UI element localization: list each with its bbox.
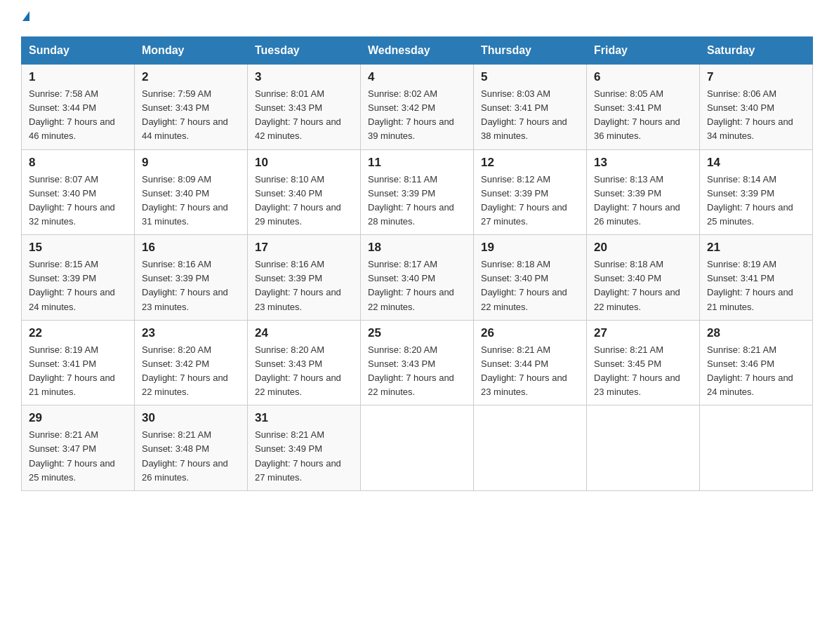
day-number: 28 — [707, 326, 805, 340]
logo — [21, 14, 29, 24]
calendar-cell: 21 Sunrise: 8:19 AMSunset: 3:41 PMDaylig… — [700, 235, 813, 321]
calendar-cell: 4 Sunrise: 8:02 AMSunset: 3:42 PMDayligh… — [361, 65, 474, 150]
calendar-week-row: 1 Sunrise: 7:58 AMSunset: 3:44 PMDayligh… — [22, 65, 813, 150]
day-number: 19 — [481, 241, 579, 255]
day-info: Sunrise: 8:07 AMSunset: 3:40 PMDaylight:… — [29, 174, 115, 227]
day-number: 31 — [255, 411, 353, 425]
calendar-cell — [700, 405, 813, 491]
day-number: 3 — [255, 70, 353, 84]
calendar-cell: 17 Sunrise: 8:16 AMSunset: 3:39 PMDaylig… — [248, 235, 361, 321]
day-number: 30 — [142, 411, 240, 425]
day-info: Sunrise: 8:15 AMSunset: 3:39 PMDaylight:… — [29, 259, 115, 311]
calendar-cell: 14 Sunrise: 8:14 AMSunset: 3:39 PMDaylig… — [700, 149, 813, 235]
calendar-cell: 16 Sunrise: 8:16 AMSunset: 3:39 PMDaylig… — [135, 235, 248, 321]
day-info: Sunrise: 8:19 AMSunset: 3:41 PMDaylight:… — [29, 344, 115, 397]
calendar-cell — [361, 405, 474, 491]
calendar-cell: 24 Sunrise: 8:20 AMSunset: 3:43 PMDaylig… — [248, 320, 361, 405]
calendar-week-row: 29 Sunrise: 8:21 AMSunset: 3:47 PMDaylig… — [22, 405, 813, 491]
day-number: 23 — [142, 326, 240, 340]
header-wednesday: Wednesday — [361, 37, 474, 65]
calendar-cell: 28 Sunrise: 8:21 AMSunset: 3:46 PMDaylig… — [700, 320, 813, 405]
day-number: 22 — [29, 326, 127, 340]
calendar-week-row: 15 Sunrise: 8:15 AMSunset: 3:39 PMDaylig… — [22, 235, 813, 321]
day-info: Sunrise: 8:18 AMSunset: 3:40 PMDaylight:… — [481, 259, 567, 311]
page-header — [21, 14, 813, 24]
header-thursday: Thursday — [474, 37, 587, 65]
day-info: Sunrise: 8:13 AMSunset: 3:39 PMDaylight:… — [594, 174, 680, 227]
day-info: Sunrise: 8:01 AMSunset: 3:43 PMDaylight:… — [255, 88, 341, 141]
day-info: Sunrise: 8:12 AMSunset: 3:39 PMDaylight:… — [481, 174, 567, 227]
day-info: Sunrise: 8:14 AMSunset: 3:39 PMDaylight:… — [707, 174, 793, 227]
header-tuesday: Tuesday — [248, 37, 361, 65]
day-number: 26 — [481, 326, 579, 340]
calendar-header: Sunday Monday Tuesday Wednesday Thursday… — [22, 37, 813, 65]
header-monday: Monday — [135, 37, 248, 65]
day-info: Sunrise: 8:02 AMSunset: 3:42 PMDaylight:… — [368, 88, 454, 141]
header-saturday: Saturday — [700, 37, 813, 65]
day-info: Sunrise: 8:21 AMSunset: 3:45 PMDaylight:… — [594, 344, 680, 397]
calendar-table: Sunday Monday Tuesday Wednesday Thursday… — [21, 36, 813, 491]
calendar-cell: 11 Sunrise: 8:11 AMSunset: 3:39 PMDaylig… — [361, 149, 474, 235]
day-number: 29 — [29, 411, 127, 425]
day-info: Sunrise: 7:58 AMSunset: 3:44 PMDaylight:… — [29, 88, 115, 141]
calendar-cell: 10 Sunrise: 8:10 AMSunset: 3:40 PMDaylig… — [248, 149, 361, 235]
day-number: 1 — [29, 70, 127, 84]
day-info: Sunrise: 8:11 AMSunset: 3:39 PMDaylight:… — [368, 174, 454, 227]
day-number: 18 — [368, 241, 466, 255]
day-number: 16 — [142, 241, 240, 255]
calendar-cell: 22 Sunrise: 8:19 AMSunset: 3:41 PMDaylig… — [22, 320, 135, 405]
calendar-cell: 29 Sunrise: 8:21 AMSunset: 3:47 PMDaylig… — [22, 405, 135, 491]
day-number: 12 — [481, 156, 579, 170]
day-info: Sunrise: 8:21 AMSunset: 3:44 PMDaylight:… — [481, 344, 567, 397]
calendar-cell: 30 Sunrise: 8:21 AMSunset: 3:48 PMDaylig… — [135, 405, 248, 491]
calendar-week-row: 22 Sunrise: 8:19 AMSunset: 3:41 PMDaylig… — [22, 320, 813, 405]
calendar-cell: 19 Sunrise: 8:18 AMSunset: 3:40 PMDaylig… — [474, 235, 587, 321]
calendar-cell: 3 Sunrise: 8:01 AMSunset: 3:43 PMDayligh… — [248, 65, 361, 150]
day-info: Sunrise: 8:21 AMSunset: 3:49 PMDaylight:… — [255, 429, 341, 482]
day-number: 27 — [594, 326, 692, 340]
calendar-cell: 27 Sunrise: 8:21 AMSunset: 3:45 PMDaylig… — [587, 320, 700, 405]
calendar-cell: 1 Sunrise: 7:58 AMSunset: 3:44 PMDayligh… — [22, 65, 135, 150]
calendar-cell: 9 Sunrise: 8:09 AMSunset: 3:40 PMDayligh… — [135, 149, 248, 235]
day-number: 2 — [142, 70, 240, 84]
day-number: 4 — [368, 70, 466, 84]
day-info: Sunrise: 8:16 AMSunset: 3:39 PMDaylight:… — [255, 259, 341, 311]
calendar-cell: 25 Sunrise: 8:20 AMSunset: 3:43 PMDaylig… — [361, 320, 474, 405]
day-number: 11 — [368, 156, 466, 170]
calendar-body: 1 Sunrise: 7:58 AMSunset: 3:44 PMDayligh… — [22, 65, 813, 491]
day-number: 25 — [368, 326, 466, 340]
day-number: 7 — [707, 70, 805, 84]
calendar-cell — [587, 405, 700, 491]
calendar-cell: 13 Sunrise: 8:13 AMSunset: 3:39 PMDaylig… — [587, 149, 700, 235]
calendar-cell: 31 Sunrise: 8:21 AMSunset: 3:49 PMDaylig… — [248, 405, 361, 491]
day-number: 6 — [594, 70, 692, 84]
day-number: 20 — [594, 241, 692, 255]
day-info: Sunrise: 7:59 AMSunset: 3:43 PMDaylight:… — [142, 88, 228, 141]
day-info: Sunrise: 8:09 AMSunset: 3:40 PMDaylight:… — [142, 174, 228, 227]
day-info: Sunrise: 8:21 AMSunset: 3:47 PMDaylight:… — [29, 429, 115, 482]
day-info: Sunrise: 8:21 AMSunset: 3:48 PMDaylight:… — [142, 429, 228, 482]
day-info: Sunrise: 8:19 AMSunset: 3:41 PMDaylight:… — [707, 259, 793, 311]
day-info: Sunrise: 8:10 AMSunset: 3:40 PMDaylight:… — [255, 174, 341, 227]
calendar-cell — [474, 405, 587, 491]
calendar-cell: 12 Sunrise: 8:12 AMSunset: 3:39 PMDaylig… — [474, 149, 587, 235]
day-number: 17 — [255, 241, 353, 255]
day-info: Sunrise: 8:20 AMSunset: 3:42 PMDaylight:… — [142, 344, 228, 397]
logo-triangle-icon — [22, 11, 29, 21]
day-info: Sunrise: 8:06 AMSunset: 3:40 PMDaylight:… — [707, 88, 793, 141]
calendar-cell: 7 Sunrise: 8:06 AMSunset: 3:40 PMDayligh… — [700, 65, 813, 150]
calendar-cell: 6 Sunrise: 8:05 AMSunset: 3:41 PMDayligh… — [587, 65, 700, 150]
calendar-cell: 20 Sunrise: 8:18 AMSunset: 3:40 PMDaylig… — [587, 235, 700, 321]
day-number: 21 — [707, 241, 805, 255]
day-info: Sunrise: 8:03 AMSunset: 3:41 PMDaylight:… — [481, 88, 567, 141]
header-row: Sunday Monday Tuesday Wednesday Thursday… — [22, 37, 813, 65]
day-info: Sunrise: 8:17 AMSunset: 3:40 PMDaylight:… — [368, 259, 454, 311]
day-info: Sunrise: 8:05 AMSunset: 3:41 PMDaylight:… — [594, 88, 680, 141]
header-friday: Friday — [587, 37, 700, 65]
day-info: Sunrise: 8:18 AMSunset: 3:40 PMDaylight:… — [594, 259, 680, 311]
day-number: 14 — [707, 156, 805, 170]
calendar-cell: 18 Sunrise: 8:17 AMSunset: 3:40 PMDaylig… — [361, 235, 474, 321]
day-number: 15 — [29, 241, 127, 255]
calendar-cell: 15 Sunrise: 8:15 AMSunset: 3:39 PMDaylig… — [22, 235, 135, 321]
day-number: 13 — [594, 156, 692, 170]
